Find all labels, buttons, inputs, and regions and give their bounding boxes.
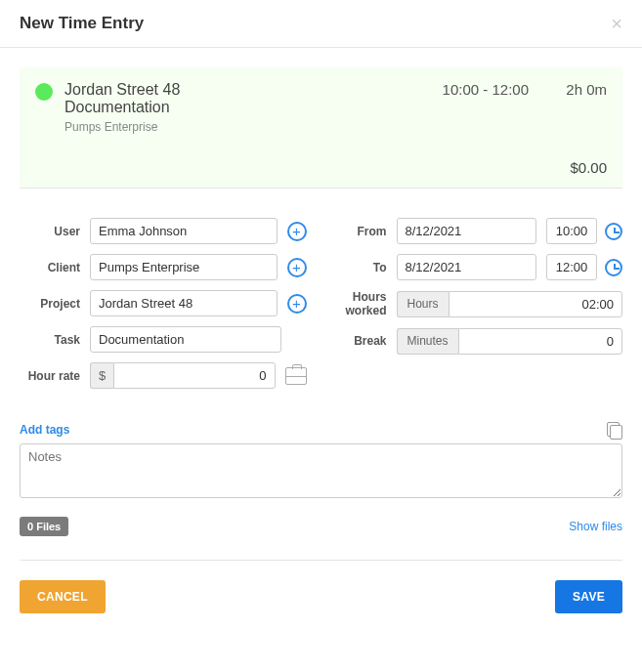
to-time-input[interactable]	[546, 254, 597, 280]
modal-body: Jordan Street 48 Documentation Pumps Ent…	[0, 48, 642, 631]
hour-rate-currency: $	[90, 362, 113, 389]
client-input[interactable]	[90, 254, 278, 280]
clock-icon-to[interactable]	[605, 259, 622, 276]
show-files-link[interactable]: Show files	[569, 520, 622, 533]
user-label: User	[20, 225, 90, 238]
task-label: Task	[20, 333, 90, 347]
summary-duration: 2h 0m	[538, 81, 607, 98]
files-badge: 0 Files	[20, 517, 68, 536]
summary-time-range: 10:00 - 12:00	[411, 81, 538, 98]
to-label: To	[336, 261, 397, 274]
summary-card: Jordan Street 48 Documentation Pumps Ent…	[20, 67, 622, 189]
project-label: Project	[20, 297, 90, 311]
add-tags-link[interactable]: Add tags	[20, 423, 69, 437]
summary-project: Jordan Street 48	[64, 81, 411, 99]
hour-rate-input[interactable]	[113, 362, 275, 389]
briefcase-icon[interactable]	[285, 367, 307, 385]
break-prefix: Minutes	[397, 328, 458, 355]
clock-icon-from[interactable]	[605, 223, 622, 240]
hour-rate-label: Hour rate	[20, 369, 90, 383]
from-time-input[interactable]	[546, 218, 597, 244]
modal-title: New Time Entry	[20, 14, 144, 33]
client-label: Client	[20, 261, 90, 274]
break-input[interactable]	[458, 328, 622, 355]
modal-footer: CANCEL SAVE	[20, 560, 622, 613]
summary-task: Documentation	[64, 99, 411, 116]
summary-client: Pumps Enterprise	[64, 120, 411, 134]
hours-worked-input[interactable]	[449, 291, 622, 317]
modal-header: New Time Entry ×	[0, 0, 642, 48]
hours-worked-label: Hours worked	[336, 290, 397, 318]
to-date-input[interactable]	[397, 254, 537, 280]
user-input[interactable]	[90, 218, 278, 244]
cancel-button[interactable]: CANCEL	[20, 580, 106, 613]
add-project-button[interactable]: +	[287, 294, 307, 314]
add-client-button[interactable]: +	[287, 258, 307, 277]
from-date-input[interactable]	[397, 218, 537, 244]
save-button[interactable]: SAVE	[555, 580, 622, 613]
notes-textarea[interactable]	[20, 443, 622, 498]
break-label: Break	[336, 334, 397, 348]
project-input[interactable]	[90, 290, 278, 316]
add-user-button[interactable]: +	[287, 222, 307, 241]
copy-icon[interactable]	[607, 422, 622, 438]
task-input[interactable]	[90, 326, 281, 353]
hours-worked-prefix: Hours	[397, 291, 449, 317]
project-color-dot	[35, 83, 53, 101]
from-label: From	[336, 225, 397, 238]
close-icon[interactable]: ×	[611, 14, 622, 33]
summary-amount: $0.00	[35, 159, 607, 176]
